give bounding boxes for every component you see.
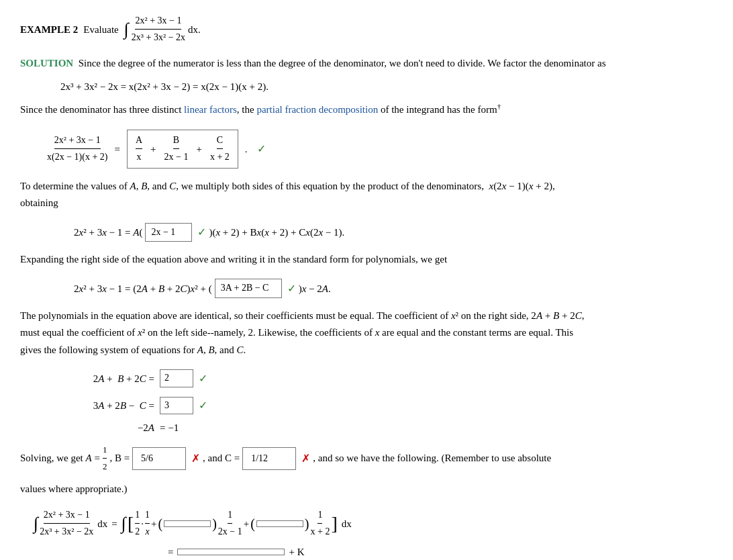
pf-period: . [245,141,248,157]
bracket-right: ] [331,514,337,533]
header-dx: dx. [188,21,201,38]
example-header: EXAMPLE 2 Evaluate ∫ 2x² + 3x − 1 2x³ + … [20,13,713,46]
big-int-num: 2x² + 3x − 1 [44,508,90,524]
eq2-right-text: )(x + 2) + Bx(x + 2) + Cx(2x − 1). [209,224,344,240]
int-symbol-1: ∫ [34,515,38,532]
one-x-num: 1 [145,508,150,524]
pf-plus1: + [150,141,156,157]
A-frac-den: 2 [103,459,107,474]
plus-mid2: + [244,516,249,532]
sys2-left: 3A + 2B − C = [74,398,154,414]
eq3-line: 2x² + 3x − 1 = (2A + B + 2C)x² + ( 3A + … [74,275,713,301]
pf-A-frac: A x [136,133,142,165]
sys1-input[interactable]: 2 [160,369,193,387]
mid1-frac-num: 1 [228,508,232,524]
paren-left-1: ( [158,513,162,534]
integral-symbol: ∫ [124,21,129,38]
expanding-text: Expanding the right side of the equation… [20,251,713,269]
A-frac-num: 1 [103,442,107,459]
values-text-2: values where appropriate.) [20,481,713,498]
mid1-input[interactable] [164,520,211,527]
sys1-check: ✓ [199,370,207,387]
system-block: 2A + B + 2C = 2 ✓ 3A + 2B − C = 3 ✓ −2A … [74,365,713,436]
sys2-check: ✓ [199,397,207,414]
paren-left-2: ( [250,513,255,534]
so-text: , and so we have the following. (Remembe… [313,450,551,467]
header-frac: 2x² + 3x − 1 2x³ + 3x² − 2x [132,13,185,46]
solving-text: Solving, we get A = [20,450,100,467]
solving-line: Solving, we get A = 1 2 , B = 5/6 ✗ , an… [20,442,713,474]
pf-B-num: B [173,133,179,149]
C-input[interactable]: 1/12 [242,447,296,470]
big-int-dx: dx [97,516,107,532]
pf-B-frac: B 2x − 1 [164,133,189,165]
eq3-right-text: )x − 2A. [299,281,331,297]
mid1-frac: 1 2x − 1 [218,508,242,540]
linear-factors-text: Since the denominator has three distinct… [20,100,713,119]
system-row-2: 3A + 2B − C = 3 ✓ [74,393,713,418]
int-symbol-2: ∫ [121,515,126,532]
example-label: EXAMPLE 2 [20,21,78,38]
half-den: 2 [135,524,140,539]
solution-label: SOLUTION [20,58,73,68]
evaluate-word: Evaluate [83,21,118,38]
pf-left-frac: 2x² + 3x − 1 x(2x − 1)(x + 2) [47,133,107,165]
plus-K: + K [289,544,304,560]
partial-box: A x + B 2x − 1 + C x + 2 [127,130,238,169]
bracket-left: [ [128,514,134,533]
pf-C-frac: C x + 2 [210,133,230,165]
paren-right-2: ) [305,513,309,534]
eq-sign3: = [168,544,173,560]
pf-equals: = [114,141,119,157]
polynomials-text-block: The polynomials in the equation above ar… [20,308,713,359]
eq2-line: 2x² + 3x − 1 = A( 2x − 1 ✓ )(x + 2) + Bx… [74,219,713,246]
plus-mid1: + [151,516,156,532]
partial-frac-display: 2x² + 3x − 1 x(2x − 1)(x + 2) = A x + B … [47,126,713,173]
system-row-3: −2A = −1 [74,420,713,436]
pf-A-num: A [136,133,142,149]
big-integral-area: ∫ 2x² + 3x − 1 2x³ + 3x² − 2x dx = ∫ [ 1… [34,508,713,560]
eq2-check: ✓ [197,224,206,241]
pf-check: ✓ [257,140,266,158]
solution-intro: SOLUTION Since the degree of the numerat… [20,55,713,73]
pf-A-den: x [136,149,141,165]
half-frac: 1 2 [135,508,140,540]
eq3-left-text: 2x² + 3x − 1 = (2A + B + 2C)x² + ( [74,281,212,297]
C-cross: ✗ [301,449,310,467]
mid2-frac-den: x + 2 [311,524,330,539]
paren-right-1: ) [212,513,217,534]
big-int-line2: = + K [168,544,713,560]
eq3-input-box[interactable]: 3A + 2B − C [215,279,282,297]
sys1-left: 2A + B + 2C = [74,371,154,387]
final-input[interactable] [177,549,285,555]
one-x-den: x [145,524,149,539]
eq2-input-box[interactable]: 2x − 1 [145,223,192,242]
factoring-line: 2x³ + 3x² − 2x = x(2x² + 3x − 2) = x(2x … [60,79,713,95]
mid2-frac-num: 1 [317,508,322,524]
sys2-input[interactable]: 3 [160,397,193,414]
system-row-1: 2A + B + 2C = 2 ✓ [74,365,713,391]
B-label: , B = [109,450,130,467]
pf-B-den: 2x − 1 [164,149,189,165]
eq2-left-text: 2x² + 3x − 1 = A( [74,224,142,240]
mid2-frac: 1 x + 2 [311,508,330,540]
sys3-left: −2A [74,420,154,436]
dot1: · [141,516,144,532]
mid2-input[interactable] [256,520,303,527]
pf-C-num: C [217,133,223,149]
big-int-right: ∫ [ 1 2 · 1 x + ( ) 1 2x − 1 + [121,508,352,540]
big-int-den: 2x³ + 3x² − 2x [40,524,93,539]
linear-factors-sentence: Since the denominator has three distinct… [20,104,501,115]
solution-intro-text: Since the degree of the numerator is les… [79,58,606,68]
and-C: , and C = [203,450,240,467]
values-text-block: To determine the values of A, B, and C, … [20,178,713,212]
pf-plus2: + [196,141,201,157]
pf-C-den: x + 2 [210,149,230,165]
header-denominator: 2x³ + 3x² − 2x [132,30,185,45]
big-int-frac: 2x² + 3x − 1 2x³ + 3x² − 2x [40,508,93,540]
pf-left-den: x(2x − 1)(x + 2) [47,149,107,165]
one-x-frac: 1 x [145,508,150,540]
sys3-mid: = −1 [160,420,179,436]
A-fraction: 1 2 [103,442,107,474]
B-input[interactable]: 5/6 [132,447,186,470]
